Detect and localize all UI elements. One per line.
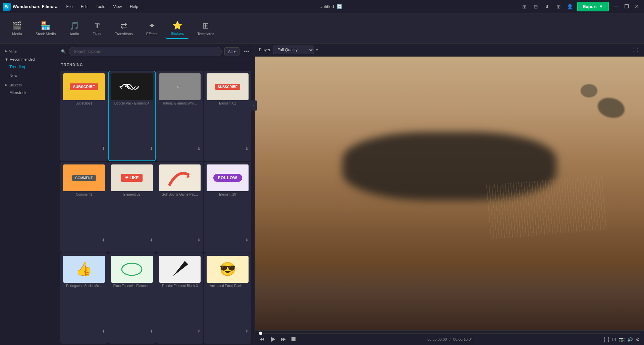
main-layout: ▶ Mine ▼ Recommended Trending New ▶ Stic… — [0, 44, 644, 345]
sticker-doodle4[interactable]: ⬇ Doodle Pack Element 4 — [108, 71, 156, 161]
maximize-button[interactable]: ❐ — [622, 2, 631, 11]
toolbar-stock-media[interactable]: 🏪 Stock Media — [30, 18, 61, 39]
quality-select[interactable]: Full Quality High Quality Medium Quality — [273, 46, 314, 54]
menu-edit[interactable]: Edit — [77, 3, 91, 10]
sticker-tutorial-white[interactable]: ← ⬇ Tutorial Element Whit... — [156, 71, 204, 161]
main-toolbar: 🎬 Media 🏪 Stock Media 🎵 Audio T Titles ⇄… — [0, 13, 644, 44]
video-preview — [255, 57, 644, 330]
download-icon[interactable]: ⬇ — [102, 146, 105, 151]
download-icon[interactable]: ⬇ — [197, 146, 201, 151]
menu-view[interactable]: View — [110, 3, 125, 10]
download-icon[interactable]: ⬇ — [245, 146, 249, 151]
menu-tools[interactable]: Tools — [92, 3, 108, 10]
sticker-name: Animated Emoji Pack ... — [207, 284, 249, 288]
transitions-label: Transitions — [115, 32, 132, 36]
stop-button[interactable] — [290, 336, 297, 342]
media-label: Media — [12, 32, 22, 36]
settings-icon[interactable]: ⚙ — [636, 337, 640, 342]
sidebar-item-new[interactable]: New — [0, 71, 57, 80]
sticker-portuguese[interactable]: 👍 ⬇ Portuguese Social Me... — [60, 253, 108, 344]
download-icon[interactable]: ⬇ — [245, 238, 249, 243]
fit-icon[interactable]: ⊡ — [612, 337, 616, 342]
download-icon[interactable]: ⬇ — [197, 329, 201, 334]
export-button[interactable]: Export ▼ — [577, 2, 609, 11]
sticker-golf-sports[interactable]: ⬇ Golf Sports Game Pac... — [156, 162, 204, 252]
sticker-subscribe1[interactable]: SUBSCRIBE ⬇ Subscribe1 — [60, 71, 108, 161]
sidebar-item-mine[interactable]: ▶ Mine — [0, 46, 57, 55]
toolbar-titles[interactable]: T Titles — [88, 19, 107, 38]
playback-controls — [259, 336, 297, 343]
sidebar-item-trending[interactable]: Trending — [0, 63, 57, 71]
sticker-element20[interactable]: FOLLOW ⬇ Element 20 — [204, 162, 251, 252]
toolbar-templates[interactable]: ⊞ Templates — [192, 18, 219, 39]
menu-file[interactable]: File — [63, 3, 76, 10]
next-frame-button[interactable] — [280, 336, 286, 342]
sticker-animated-emoji[interactable]: 😎 ⬇ Animated Emoji Pack ... — [204, 253, 251, 344]
layout-icon[interactable]: ⊞ — [520, 2, 529, 11]
split-icon[interactable]: ⊟ — [531, 2, 541, 11]
sidebar: ▶ Mine ▼ Recommended Trending New ▶ Stic… — [0, 44, 57, 345]
account-icon[interactable]: 👤 — [566, 2, 575, 11]
in-point-icon[interactable]: { — [604, 337, 605, 342]
download-icon[interactable]: ⬇ — [197, 238, 201, 243]
download-icon[interactable]: ⬇ — [102, 238, 105, 243]
download-icon[interactable]: ⬇ — [102, 329, 105, 334]
toolbar-audio[interactable]: 🎵 Audio — [64, 18, 85, 39]
audio-icon: 🎵 — [69, 21, 79, 30]
sticker-content-area: 🔍 All ▾ ••• TRENDING SUBSCRIBE ⬇ Su — [57, 44, 255, 345]
prev-frame-button[interactable] — [259, 336, 265, 342]
download-icon[interactable]: ⬇ — [245, 329, 249, 334]
sticker-name: Portuguese Social Me... — [63, 284, 105, 288]
download-icon[interactable]: ⬇ — [150, 146, 153, 151]
effects-icon: ✦ — [149, 21, 155, 30]
playhead-dot[interactable] — [259, 332, 262, 335]
svg-marker-7 — [281, 338, 286, 341]
time-current: 00:00:00:00 — [427, 337, 447, 341]
play-pause-button[interactable] — [269, 336, 276, 343]
sidebar-section-recommended[interactable]: ▼ Recommended — [0, 55, 57, 63]
save-icon[interactable]: 🔄 — [337, 4, 342, 9]
title-bar: W Wondershare Filmora File Edit Tools Vi… — [0, 0, 644, 13]
svg-rect-8 — [291, 337, 296, 341]
recommended-chevron-icon: ▼ — [5, 57, 8, 61]
fullscreen-icon[interactable]: ⛶ — [631, 46, 640, 54]
volume-icon[interactable]: 🔊 — [627, 337, 633, 342]
minimize-button[interactable]: ─ — [612, 2, 621, 11]
app-logo: W Wondershare Filmora — [3, 3, 57, 11]
sticker-name: Comment1 — [63, 193, 105, 196]
logo-icon: W — [3, 3, 11, 11]
sticker-element01[interactable]: SUBSCRIBE ⬇ Element 01 — [204, 71, 251, 161]
sticker-name: Tutorial Element Whit... — [159, 101, 201, 105]
progress-track[interactable] — [259, 333, 640, 334]
stickers-label: Stickers — [171, 31, 184, 36]
sticker-comment1[interactable]: COMMENT ⬇ Comment1 — [60, 162, 108, 252]
download-icon[interactable]: ⬇ — [543, 2, 552, 11]
snapshot-icon[interactable]: 📷 — [619, 337, 625, 342]
left-panel: ▶ Mine ▼ Recommended Trending New ▶ Stic… — [0, 44, 255, 345]
sticker-element02[interactable]: ❤ LIKE ⬇ Element 02 — [108, 162, 156, 252]
sidebar-section-stickers[interactable]: ▶ Stickers — [0, 80, 57, 88]
apps-icon[interactable]: ⊞ — [554, 2, 564, 11]
menu-help[interactable]: Help — [126, 3, 142, 10]
sticker-tutorial-black3[interactable]: ⬇ Tutorial Element Black 3 — [156, 253, 204, 344]
out-point-icon[interactable]: } — [608, 337, 609, 342]
toolbar-transitions[interactable]: ⇄ Transitions — [109, 18, 138, 39]
toolbar-effects[interactable]: ✦ Effects — [141, 18, 163, 39]
more-options-button[interactable]: ••• — [242, 47, 251, 56]
sidebar-item-filmstock[interactable]: Filmstock — [0, 88, 57, 97]
filter-button[interactable]: All ▾ — [224, 47, 239, 56]
sticker-name: Subscribe1 — [63, 101, 105, 105]
search-input[interactable] — [69, 47, 222, 56]
templates-label: Templates — [197, 32, 214, 36]
export-arrow-icon: ▼ — [599, 4, 603, 9]
sticker-name: Golf Sports Game Pac... — [159, 193, 201, 196]
toolbar-stickers[interactable]: ⭐ Stickers — [165, 18, 189, 39]
collapse-panel-button[interactable]: ‹ — [251, 100, 257, 111]
toolbar-media[interactable]: 🎬 Media — [7, 18, 28, 39]
close-button[interactable]: ✕ — [632, 2, 641, 11]
download-icon[interactable]: ⬇ — [150, 238, 153, 243]
stickers-icon: ⭐ — [172, 21, 182, 30]
sticker-fimo[interactable]: ⬇ Fimo Essential Elemen... — [108, 253, 156, 344]
download-icon[interactable]: ⬇ — [150, 329, 153, 334]
trending-section-label: TRENDING — [57, 60, 255, 69]
